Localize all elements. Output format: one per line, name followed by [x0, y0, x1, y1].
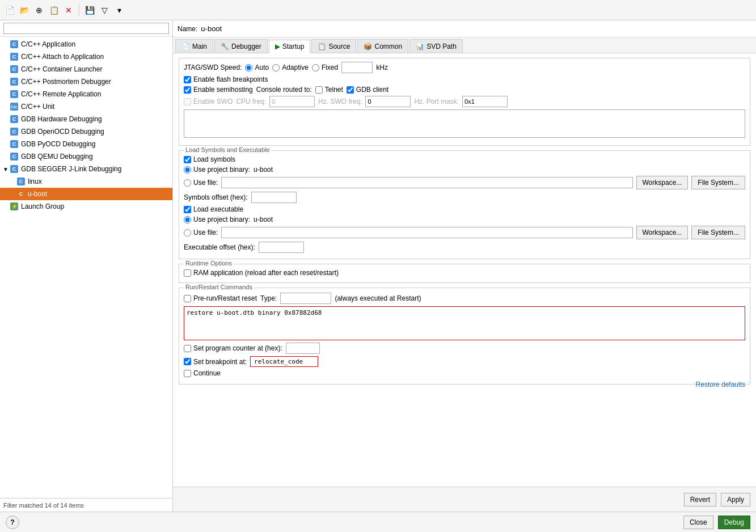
tab-startup[interactable]: ▶ Startup	[269, 40, 311, 53]
type-input[interactable]	[280, 293, 331, 304]
load-executable-checkbox[interactable]	[184, 206, 191, 213]
run-restart-title: Run/Restart Commands	[184, 284, 254, 290]
file-symbols-input[interactable]	[221, 177, 632, 188]
tree-item-gdb-segger[interactable]: ▼ C GDB SEGGER J-Link Debugging	[0, 163, 172, 175]
workspace-symbols-btn[interactable]: Workspace...	[636, 176, 689, 189]
close-button[interactable]: Close	[683, 516, 713, 529]
tree-item-gdb-qemu[interactable]: C GDB QEMU Debugging	[0, 150, 172, 163]
load-symbols-label[interactable]: Load symbols	[184, 155, 235, 163]
continue-label[interactable]: Continue	[184, 369, 221, 377]
exec-offset-input[interactable]	[259, 242, 304, 253]
command-box[interactable]: restore u-boot.dtb binary 0x87882d68	[184, 306, 745, 340]
use-project-binary-exec-radio[interactable]	[184, 216, 191, 223]
fixed-radio[interactable]	[312, 64, 319, 71]
continue-checkbox[interactable]	[184, 370, 191, 377]
ram-application-checkbox[interactable]	[184, 269, 191, 277]
adaptive-radio-label[interactable]: Adaptive	[272, 64, 309, 71]
tree-item-cpp-app[interactable]: C C/C++ Application	[0, 38, 172, 50]
c-icon: C	[9, 77, 19, 86]
fixed-radio-label[interactable]: Fixed	[312, 64, 338, 71]
ram-application-label[interactable]: RAM application (reload after each reset…	[184, 269, 339, 277]
command-text: restore u-boot.dtb binary 0x87882d68	[187, 309, 322, 316]
load-executable-label[interactable]: Load executable	[184, 205, 243, 213]
tree-item-gdb-openocd[interactable]: C GDB OpenOCD Debugging	[0, 125, 172, 138]
symbols-offset-input[interactable]	[251, 192, 297, 203]
adaptive-radio[interactable]	[272, 64, 280, 71]
file-exec-input[interactable]	[221, 227, 632, 238]
toolbar-separator	[79, 5, 79, 16]
tree-item-gdb-pyocd[interactable]: C GDB PyOCD Debugging	[0, 138, 172, 150]
tree-item-cpp-attach[interactable]: C C/C++ Attach to Application	[0, 50, 172, 63]
use-file-exec-radio[interactable]	[184, 229, 191, 237]
set-program-counter-label[interactable]: Set program counter at (hex):	[184, 344, 282, 352]
gdb-client-checkbox[interactable]	[347, 86, 354, 94]
flash-breakpoints-row: Enable flash breakpoints	[184, 75, 745, 83]
copy-icon[interactable]: 📋	[48, 4, 60, 16]
pre-run-restart-label[interactable]: Pre-run/Restart reset	[184, 294, 257, 302]
tree-item-cpp-postmortem[interactable]: C C/C++ Postmortem Debugger	[0, 75, 172, 88]
revert-button[interactable]: Revert	[684, 493, 716, 506]
tree-item-gdb-hw[interactable]: C GDB Hardware Debugging	[0, 113, 172, 125]
cu-icon: C/c	[9, 102, 19, 111]
set-program-counter-checkbox[interactable]	[184, 345, 191, 352]
tree-item-launch-group[interactable]: ⚡ Launch Group	[0, 200, 172, 213]
telnet-checkbox[interactable]	[315, 86, 323, 94]
always-label: (always executed at Restart)	[335, 294, 421, 302]
filter-icon[interactable]: ▽	[98, 4, 111, 16]
auto-radio[interactable]	[245, 64, 252, 71]
pre-run-restart-checkbox[interactable]	[184, 295, 191, 302]
use-file-symbols-label[interactable]: Use file:	[184, 179, 218, 187]
item-label: C/C++ Container Launcher	[21, 65, 170, 73]
restore-defaults-link[interactable]: Restore defaults	[696, 381, 745, 389]
swo-freq-input[interactable]	[365, 96, 411, 107]
workspace-exec-btn[interactable]: Workspace...	[636, 226, 689, 239]
use-file-symbols-radio[interactable]	[184, 179, 191, 187]
tab-main[interactable]: 📄 Main	[175, 39, 213, 53]
load-executable-row: Load executable	[184, 205, 745, 213]
tree-item-cpp-unit[interactable]: C/c C/C++ Unit	[0, 100, 172, 113]
search-input[interactable]	[3, 23, 169, 34]
tab-svdpath[interactable]: 📊 SVD Path	[409, 39, 463, 53]
enable-swo-label[interactable]: Enable SWO	[184, 98, 233, 105]
open-icon[interactable]: 📂	[18, 4, 31, 16]
filter-dropdown-icon[interactable]: ▾	[113, 4, 125, 16]
set-breakpoint-checkbox[interactable]	[184, 358, 191, 365]
tab-source[interactable]: 📋 Source	[311, 39, 356, 53]
debug-button[interactable]: Debug	[718, 516, 750, 529]
tree-item-cpp-remote[interactable]: C C/C++ Remote Application	[0, 88, 172, 100]
port-mask-input[interactable]	[462, 96, 508, 107]
program-counter-input[interactable]	[286, 343, 320, 354]
use-project-binary-symbols-label[interactable]: Use project binary:	[184, 166, 250, 174]
load-symbols-checkbox[interactable]	[184, 156, 191, 163]
tree-item-uboot[interactable]: C u-boot	[0, 188, 172, 200]
jtag-text-area[interactable]	[184, 109, 745, 138]
tab-common[interactable]: 📦 Common	[357, 39, 408, 53]
tab-debugger[interactable]: 🔧 Debugger	[214, 39, 268, 53]
new-icon[interactable]: 📄	[3, 4, 16, 16]
use-file-exec-label[interactable]: Use file:	[184, 229, 218, 237]
auto-radio-label[interactable]: Auto	[245, 64, 269, 71]
filesystem-symbols-btn[interactable]: File System...	[691, 176, 745, 189]
use-project-binary-exec-label[interactable]: Use project binary:	[184, 216, 250, 223]
gdb-client-label[interactable]: GDB client	[347, 86, 388, 94]
telnet-label[interactable]: Telnet	[315, 86, 343, 94]
enable-swo-checkbox[interactable]	[184, 98, 191, 105]
duplicate-icon[interactable]: ⊕	[33, 4, 45, 16]
filesystem-exec-btn[interactable]: File System...	[691, 226, 745, 239]
item-label: C/C++ Application	[21, 40, 170, 48]
set-breakpoint-label[interactable]: Set breakpoint at:	[184, 358, 247, 366]
tree-item-cpp-container[interactable]: C C/C++ Container Launcher	[0, 63, 172, 75]
jtag-khz-input[interactable]	[341, 62, 373, 73]
export-icon[interactable]: 💾	[83, 4, 96, 16]
enable-flash-label[interactable]: Enable flash breakpoints	[184, 75, 268, 83]
c-icon: C	[16, 177, 26, 186]
semihosting-label[interactable]: Enable semihosting	[184, 86, 253, 94]
enable-flash-checkbox[interactable]	[184, 76, 191, 83]
cpu-freq-input[interactable]	[269, 96, 315, 107]
delete-icon[interactable]: ✕	[62, 4, 75, 16]
semihosting-checkbox[interactable]	[184, 86, 191, 94]
use-project-binary-symbols-radio[interactable]	[184, 166, 191, 174]
help-button[interactable]: ?	[6, 516, 19, 529]
apply-button[interactable]: Apply	[721, 493, 750, 506]
tree-item-linux[interactable]: C linux	[0, 175, 172, 188]
